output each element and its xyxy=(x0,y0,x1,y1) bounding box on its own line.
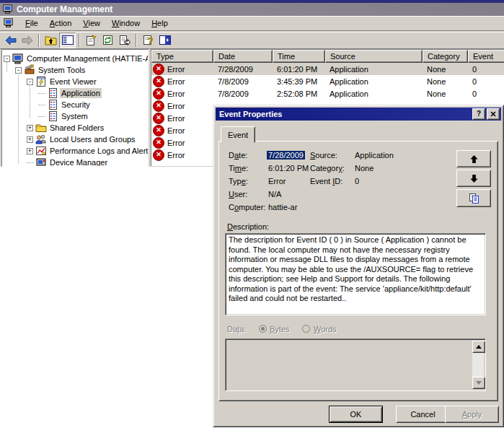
collapse-icon[interactable]: - xyxy=(27,79,33,85)
tree-item-event-viewer[interactable]: - Event Viewer xyxy=(2,76,148,87)
show-console-tree-button[interactable] xyxy=(59,32,76,48)
tree-item-shared-folders[interactable]: + Shared Folders xyxy=(2,122,148,134)
collapse-icon[interactable]: - xyxy=(15,67,22,74)
menu-window[interactable]: Window xyxy=(106,17,146,30)
tree-item-system[interactable]: System xyxy=(2,110,148,122)
tree-item-security[interactable]: Security xyxy=(2,99,148,110)
tree-item-device-manager[interactable]: Device Manager xyxy=(2,157,148,167)
column-header-type[interactable]: Type xyxy=(151,50,213,63)
event-id: 0 xyxy=(468,89,504,98)
tree-item-application[interactable]: Application xyxy=(2,87,148,99)
error-icon: ✕ xyxy=(153,88,164,100)
tree-connector-stub xyxy=(38,93,45,94)
scroll-up-button[interactable] xyxy=(472,341,485,353)
category-label: Category: xyxy=(310,164,345,172)
tree-item-label: Device Manager xyxy=(48,157,109,167)
menu-action[interactable]: Action xyxy=(44,17,78,30)
tree-connector-stub xyxy=(27,162,34,163)
column-header-date[interactable]: Date xyxy=(213,50,273,63)
copy-icon xyxy=(469,193,479,204)
help-icon: ? xyxy=(143,35,154,45)
dialog-title-bar[interactable]: Event Properties ? xyxy=(216,108,501,121)
event-properties-dialog: Event Properties ? Event Date: 7/28/2009… xyxy=(213,105,504,427)
event-time: 3:45:39 PM xyxy=(273,77,325,86)
date-label: Date: xyxy=(229,151,247,160)
tree-item-label: System xyxy=(60,111,89,121)
event-time: 6:01:20 PM xyxy=(273,65,325,74)
collapse-icon[interactable]: - xyxy=(4,56,10,62)
tree-item-label: System Tools xyxy=(37,65,87,75)
dialog-close-button[interactable] xyxy=(487,108,500,120)
error-icon: ✕ xyxy=(153,113,164,124)
data-box xyxy=(225,339,486,391)
system-tools-icon xyxy=(24,64,35,76)
tree-item-label: Event Viewer xyxy=(48,77,98,87)
event-viewer-icon xyxy=(35,76,47,87)
event-id-value: 0 xyxy=(355,177,359,185)
help-button[interactable]: ? xyxy=(140,32,156,48)
type-label: Type: xyxy=(229,177,248,185)
expand-icon[interactable]: + xyxy=(27,148,33,154)
date-value: 7/28/2009 xyxy=(267,151,305,160)
next-event-button[interactable] xyxy=(456,170,491,187)
tree-item-local-users-and-groups[interactable]: + Local Users and Groups xyxy=(2,134,148,145)
performance-icon xyxy=(35,145,47,157)
tree-item-label: Computer Management (HATTIE-AR xyxy=(25,53,149,64)
column-header-time[interactable]: Time xyxy=(273,50,325,63)
description-label: Description: xyxy=(227,222,269,231)
event-row[interactable]: ✕ Error 7/8/2009 2:52:08 PM Application … xyxy=(151,87,504,100)
event-id: 0 xyxy=(468,65,504,74)
up-one-level-button[interactable] xyxy=(43,32,59,48)
error-icon: ✕ xyxy=(153,76,164,87)
refresh-button[interactable] xyxy=(100,32,116,48)
event-category: None xyxy=(423,89,468,98)
menu-file[interactable]: File xyxy=(19,17,44,30)
properties-icon xyxy=(86,35,97,45)
tree-item-performance-logs-and-alerts[interactable]: + Performance Logs and Alert: xyxy=(2,145,148,157)
expand-icon[interactable]: + xyxy=(27,125,33,131)
properties-button[interactable] xyxy=(83,32,100,48)
computer-label: Computer: xyxy=(229,203,265,211)
event-row[interactable]: ✕ Error 7/28/2009 6:01:20 PM Application… xyxy=(151,63,504,75)
description-box[interactable]: The description for Event ID ( 0 ) in So… xyxy=(225,233,486,315)
event-tab-page: Date: 7/28/2009 Source: Application Time… xyxy=(218,141,498,401)
expand-icon[interactable]: + xyxy=(27,136,33,143)
tree-item-computer-management[interactable]: - Computer Management (HATTIE-AR xyxy=(2,53,148,64)
column-header-event[interactable]: Event xyxy=(468,50,504,63)
menu-view[interactable]: View xyxy=(77,17,106,30)
event-category: None xyxy=(423,65,468,74)
menu-help[interactable]: Help xyxy=(146,17,174,30)
forward-arrow-icon xyxy=(22,35,33,45)
show-action-pane-button[interactable] xyxy=(156,32,173,48)
cancel-button[interactable]: Cancel xyxy=(396,406,450,423)
event-log-icon xyxy=(47,110,58,122)
export-list-button[interactable] xyxy=(116,32,133,48)
copy-button[interactable] xyxy=(456,189,491,207)
event-log-icon xyxy=(47,99,58,110)
previous-event-button[interactable] xyxy=(456,150,491,167)
ok-button[interactable]: OK xyxy=(329,406,383,423)
tree-item-label: Security xyxy=(60,100,92,110)
event-type: Error xyxy=(167,65,185,74)
forward-button[interactable] xyxy=(19,32,35,48)
event-row[interactable]: ✕ Error 7/8/2009 3:45:39 PM Application … xyxy=(151,75,504,87)
close-icon xyxy=(490,111,496,117)
tree-connector-stub xyxy=(38,105,45,105)
tree-connector-stub xyxy=(38,116,45,117)
scroll-down-button[interactable] xyxy=(472,377,485,389)
event-type: Error xyxy=(167,151,185,160)
data-box-scrollbar[interactable] xyxy=(472,341,484,389)
back-button[interactable] xyxy=(2,32,19,48)
tree-item-system-tools[interactable]: - System Tools xyxy=(2,64,148,76)
tab-event[interactable]: Event xyxy=(221,126,255,143)
column-header-source[interactable]: Source xyxy=(325,50,423,63)
console-window-icon[interactable] xyxy=(4,18,14,28)
console-tree: - Computer Management (HATTIE-AR - Syste… xyxy=(1,49,149,167)
window-title: Computer Management xyxy=(17,4,112,14)
event-date: 7/8/2009 xyxy=(213,89,273,98)
title-bar[interactable]: Computer Management xyxy=(0,3,504,16)
data-label: Data: xyxy=(227,325,246,333)
dialog-help-button[interactable]: ? xyxy=(472,108,485,120)
event-type: Error xyxy=(167,126,185,135)
column-header-category[interactable]: Category xyxy=(423,50,468,63)
